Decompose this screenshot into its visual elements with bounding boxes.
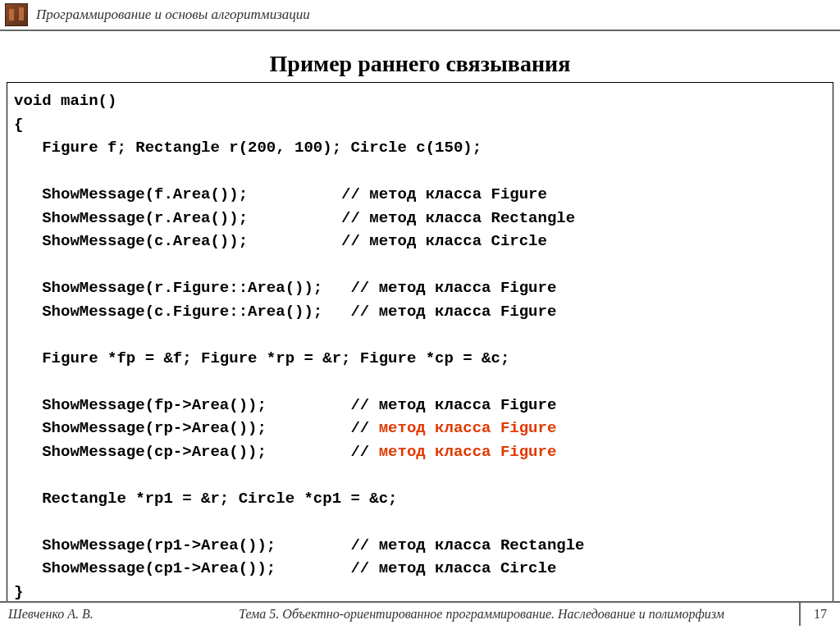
- code-line: Figure f; Rectangle r(200, 100); Circle …: [14, 139, 482, 157]
- footer-bar: Шевченко А. В. Тема 5. Объектно-ориентир…: [0, 601, 840, 626]
- code-line: ShowMessage(r.Figure::Area()); // метод …: [14, 279, 556, 297]
- code-comment-highlight: метод класса Figure: [379, 419, 557, 437]
- code-line: ShowMessage(c.Figure::Area()); // метод …: [14, 303, 556, 321]
- code-line: {: [14, 116, 23, 134]
- footer-author: Шевченко А. В.: [0, 607, 164, 622]
- header-bar: Программирование и основы алгоритмизации: [0, 0, 840, 31]
- code-line: ShowMessage(cp1->Area()); // метод класс…: [14, 559, 556, 577]
- slide-title: Пример раннего связывания: [0, 51, 840, 77]
- code-line: Rectangle *rp1 = &r; Circle *cp1 = &c;: [14, 490, 397, 508]
- code-line: Figure *fp = &f; Figure *rp = &r; Figure…: [14, 349, 509, 367]
- footer-page-number: 17: [799, 603, 840, 626]
- code-line: void main(): [14, 92, 116, 110]
- code-line: }: [14, 583, 23, 601]
- code-line: ShowMessage(r.Area()); // метод класса R…: [14, 209, 575, 227]
- code-line: ShowMessage(rp->Area()); //: [14, 419, 379, 437]
- code-listing: void main() { Figure f; Rectangle r(200,…: [7, 82, 833, 609]
- code-line: ShowMessage(rp1->Area()); // метод класс…: [14, 536, 585, 554]
- code-line: ShowMessage(c.Area()); // метод класса C…: [14, 232, 547, 250]
- footer-topic: Тема 5. Объектно-ориентированное програм…: [164, 607, 799, 622]
- code-line: ShowMessage(f.Area()); // метод класса F…: [14, 185, 547, 203]
- course-logo-icon: [5, 3, 28, 26]
- code-comment-highlight: метод класса Figure: [379, 443, 557, 461]
- code-line: ShowMessage(fp->Area()); // метод класса…: [14, 396, 556, 414]
- course-title: Программирование и основы алгоритмизации: [36, 7, 310, 23]
- code-line: ShowMessage(cp->Area()); //: [14, 443, 379, 461]
